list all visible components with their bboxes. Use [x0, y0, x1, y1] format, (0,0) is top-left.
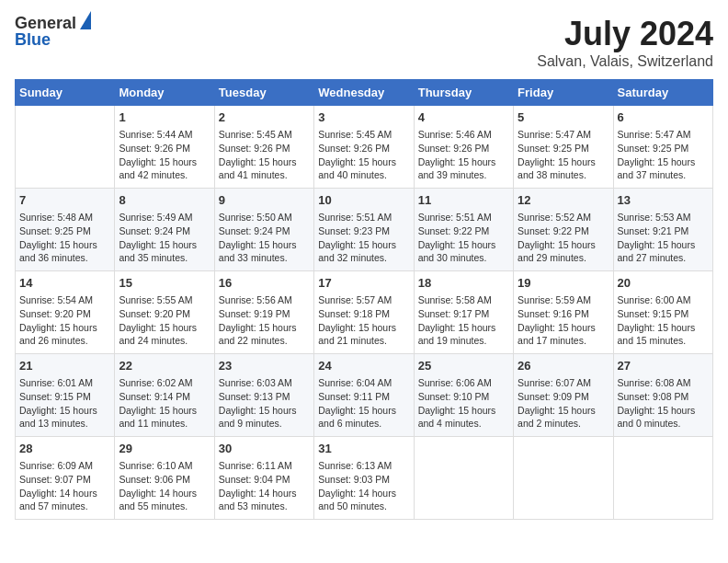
- table-row: 14Sunrise: 5:54 AMSunset: 9:20 PMDayligh…: [16, 271, 115, 354]
- day-number: 28: [19, 441, 110, 457]
- day-number: 5: [518, 109, 609, 126]
- day-number: 12: [518, 192, 609, 209]
- daylight-text: Daylight: 15 hours and 27 minutes.: [618, 238, 709, 265]
- sunrise-text: Sunrise: 5:54 AM: [19, 293, 110, 307]
- daylight-text: Daylight: 15 hours and 33 minutes.: [219, 238, 310, 265]
- sunset-text: Sunset: 9:26 PM: [119, 142, 210, 155]
- title-block: July 2024 Salvan, Valais, Switzerland: [537, 15, 713, 70]
- table-row: 2Sunrise: 5:45 AMSunset: 9:26 PMDaylight…: [214, 106, 313, 189]
- sunrise-text: Sunrise: 5:57 AM: [318, 293, 409, 307]
- daylight-text: Daylight: 15 hours and 40 minutes.: [318, 155, 409, 182]
- daylight-text: Daylight: 15 hours and 19 minutes.: [418, 321, 509, 348]
- calendar-week-row: 28Sunrise: 6:09 AMSunset: 9:07 PMDayligh…: [16, 437, 713, 520]
- calendar-week-row: 14Sunrise: 5:54 AMSunset: 9:20 PMDayligh…: [16, 271, 713, 354]
- sunset-text: Sunset: 9:13 PM: [219, 390, 310, 404]
- sunset-text: Sunset: 9:06 PM: [119, 473, 210, 487]
- sunset-text: Sunset: 9:08 PM: [618, 390, 709, 404]
- table-row: 6Sunrise: 5:47 AMSunset: 9:25 PMDaylight…: [613, 106, 712, 189]
- sunrise-text: Sunrise: 6:00 AM: [618, 293, 709, 307]
- daylight-text: Daylight: 15 hours and 15 minutes.: [618, 321, 709, 348]
- col-monday: Monday: [115, 80, 214, 106]
- sunset-text: Sunset: 9:20 PM: [119, 307, 210, 321]
- day-number: 9: [219, 192, 310, 209]
- day-number: 8: [119, 192, 210, 209]
- sunset-text: Sunset: 9:15 PM: [19, 390, 110, 404]
- sunset-text: Sunset: 9:25 PM: [518, 142, 609, 155]
- day-number: 14: [19, 275, 110, 292]
- sunset-text: Sunset: 9:20 PM: [19, 307, 110, 321]
- table-row: 22Sunrise: 6:02 AMSunset: 9:14 PMDayligh…: [115, 354, 214, 437]
- sunrise-text: Sunrise: 5:44 AM: [119, 128, 210, 142]
- sunrise-text: Sunrise: 5:56 AM: [219, 293, 310, 307]
- day-number: 31: [318, 441, 409, 457]
- calendar-table: Sunday Monday Tuesday Wednesday Thursday…: [15, 79, 713, 520]
- table-row: 10Sunrise: 5:51 AMSunset: 9:23 PMDayligh…: [314, 189, 414, 271]
- day-number: 2: [219, 109, 310, 126]
- day-number: 21: [19, 358, 110, 374]
- sunset-text: Sunset: 9:15 PM: [618, 307, 709, 321]
- day-number: 10: [318, 192, 409, 209]
- sunset-text: Sunset: 9:04 PM: [219, 473, 310, 487]
- daylight-text: Daylight: 15 hours and 36 minutes.: [19, 238, 110, 265]
- daylight-text: Daylight: 15 hours and 17 minutes.: [518, 321, 609, 348]
- sunrise-text: Sunrise: 6:13 AM: [318, 459, 409, 473]
- sunrise-text: Sunrise: 6:06 AM: [418, 376, 509, 390]
- calendar-title: July 2024: [537, 15, 713, 53]
- sunrise-text: Sunrise: 6:03 AM: [219, 376, 310, 390]
- table-row: 19Sunrise: 5:59 AMSunset: 9:16 PMDayligh…: [514, 271, 613, 354]
- daylight-text: Daylight: 15 hours and 38 minutes.: [518, 155, 609, 182]
- table-row: 31Sunrise: 6:13 AMSunset: 9:03 PMDayligh…: [314, 437, 414, 520]
- daylight-text: Daylight: 14 hours and 55 minutes.: [119, 487, 210, 513]
- daylight-text: Daylight: 15 hours and 4 minutes.: [418, 404, 509, 431]
- daylight-text: Daylight: 15 hours and 42 minutes.: [119, 155, 210, 182]
- table-row: 17Sunrise: 5:57 AMSunset: 9:18 PMDayligh…: [314, 271, 414, 354]
- sunset-text: Sunset: 9:19 PM: [219, 307, 310, 321]
- sunrise-text: Sunrise: 6:02 AM: [119, 376, 210, 390]
- sunset-text: Sunset: 9:25 PM: [618, 142, 709, 155]
- sunrise-text: Sunrise: 5:45 AM: [219, 128, 310, 142]
- table-row: 15Sunrise: 5:55 AMSunset: 9:20 PMDayligh…: [115, 271, 214, 354]
- daylight-text: Daylight: 14 hours and 50 minutes.: [318, 487, 409, 513]
- sunrise-text: Sunrise: 6:10 AM: [119, 459, 210, 473]
- table-row: 16Sunrise: 5:56 AMSunset: 9:19 PMDayligh…: [214, 271, 313, 354]
- daylight-text: Daylight: 15 hours and 29 minutes.: [518, 238, 609, 265]
- calendar-week-row: 21Sunrise: 6:01 AMSunset: 9:15 PMDayligh…: [16, 354, 713, 437]
- sunset-text: Sunset: 9:24 PM: [119, 224, 210, 238]
- daylight-text: Daylight: 15 hours and 2 minutes.: [518, 404, 609, 431]
- table-row: 18Sunrise: 5:58 AMSunset: 9:17 PMDayligh…: [414, 271, 513, 354]
- calendar-location: Salvan, Valais, Switzerland: [537, 53, 713, 70]
- day-number: 1: [119, 109, 210, 126]
- sunset-text: Sunset: 9:25 PM: [19, 224, 110, 238]
- logo-triangle-icon: [80, 11, 91, 29]
- table-row: 13Sunrise: 5:53 AMSunset: 9:21 PMDayligh…: [613, 189, 712, 271]
- sunset-text: Sunset: 9:09 PM: [518, 390, 609, 404]
- table-row: 3Sunrise: 5:45 AMSunset: 9:26 PMDaylight…: [314, 106, 414, 189]
- day-number: 18: [418, 275, 509, 292]
- col-tuesday: Tuesday: [214, 80, 313, 106]
- daylight-text: Daylight: 15 hours and 6 minutes.: [318, 404, 409, 431]
- sunset-text: Sunset: 9:17 PM: [418, 307, 509, 321]
- table-row: 12Sunrise: 5:52 AMSunset: 9:22 PMDayligh…: [514, 189, 613, 271]
- day-number: 29: [119, 441, 210, 457]
- day-number: 6: [618, 109, 709, 126]
- sunrise-text: Sunrise: 5:58 AM: [418, 293, 509, 307]
- sunrise-text: Sunrise: 5:47 AM: [618, 128, 709, 142]
- sunset-text: Sunset: 9:24 PM: [219, 224, 310, 238]
- daylight-text: Daylight: 15 hours and 39 minutes.: [418, 155, 509, 182]
- daylight-text: Daylight: 15 hours and 13 minutes.: [19, 404, 110, 431]
- col-thursday: Thursday: [414, 80, 513, 106]
- col-saturday: Saturday: [613, 80, 712, 106]
- table-row: [514, 437, 613, 520]
- sunrise-text: Sunrise: 5:55 AM: [119, 293, 210, 307]
- logo: General Blue: [15, 15, 91, 50]
- sunset-text: Sunset: 9:22 PM: [418, 224, 509, 238]
- day-number: 30: [219, 441, 310, 457]
- page-header: General Blue July 2024 Salvan, Valais, S…: [15, 15, 713, 70]
- sunrise-text: Sunrise: 5:45 AM: [318, 128, 409, 142]
- table-row: 7Sunrise: 5:48 AMSunset: 9:25 PMDaylight…: [16, 189, 115, 271]
- table-row: [414, 437, 513, 520]
- sunrise-text: Sunrise: 5:47 AM: [518, 128, 609, 142]
- daylight-text: Daylight: 14 hours and 53 minutes.: [219, 487, 310, 513]
- day-number: 11: [418, 192, 509, 209]
- sunrise-text: Sunrise: 5:46 AM: [418, 128, 509, 142]
